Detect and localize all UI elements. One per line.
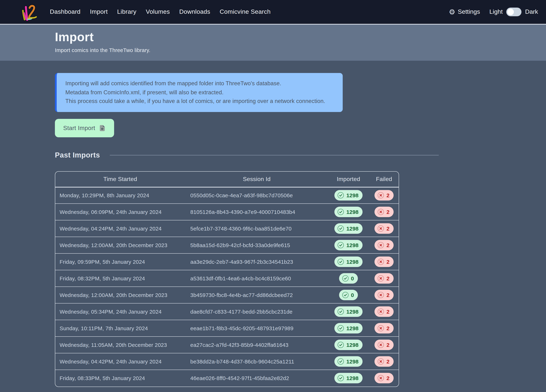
imported-cell: 1298 (328, 303, 369, 320)
check-circle-icon (337, 341, 344, 348)
failed-cell: 2 (369, 287, 399, 303)
failed-cell: 2 (369, 254, 399, 270)
session-id-cell: 8105126a-8b43-4390-a7e9-4000710483b4 (185, 204, 328, 220)
file-import-icon (98, 124, 106, 132)
imported-cell: 1298 (328, 237, 369, 254)
failed-badge: 2 (375, 373, 394, 384)
x-circle-icon (377, 225, 384, 232)
nav-item[interactable]: Volumes (146, 8, 170, 16)
check-circle-icon (337, 325, 344, 332)
top-navbar: Dashboard Import Library Volumes Downloa… (0, 0, 546, 25)
imported-badge: 1298 (334, 207, 363, 217)
failed-badge: 2 (375, 207, 394, 217)
main-content: Importing will add comics identified fro… (0, 61, 546, 392)
imported-cell: 0 (328, 287, 369, 303)
table-row: Monday, 10:29PM, 8th January 2024 0550d0… (55, 187, 399, 204)
time-started-cell: Wednesday, 11:05AM, 20th December 2023 (55, 337, 185, 353)
table-header-row: Time Started Session Id Imported Failed (55, 171, 399, 187)
session-id-cell: 3b459730-fbc8-4e4b-ac77-dd86dcbeed72 (185, 287, 328, 303)
imported-cell: 1298 (328, 320, 369, 337)
info-line: This process could take a while, if you … (65, 97, 334, 106)
start-import-label: Start Import (63, 124, 95, 131)
x-circle-icon (377, 192, 384, 199)
import-page: Dashboard Import Library Volumes Downloa… (0, 0, 546, 392)
info-line: Metadata from ComicInfo.xml, if present,… (65, 88, 334, 97)
x-circle-icon (377, 209, 384, 215)
page-header: Import Import comics into the ThreeTwo l… (0, 25, 546, 61)
check-circle-icon (337, 375, 344, 382)
session-id-cell: 0550d05c-0cae-4ea7-a63f-98bc7d70506e (185, 187, 328, 204)
failed-badge: 2 (375, 273, 394, 284)
table-row: Wednesday, 11:05AM, 20th December 2023 e… (55, 337, 399, 353)
imported-badge: 1298 (334, 190, 363, 201)
start-import-button[interactable]: Start Import (55, 119, 114, 137)
nav-item[interactable]: Comicvine Search (220, 8, 271, 16)
x-circle-icon (377, 275, 384, 282)
time-started-cell: Sunday, 10:11PM, 7th January 2024 (55, 320, 185, 337)
failed-badge: 2 (375, 223, 394, 234)
theme-toggle[interactable] (506, 8, 521, 16)
time-started-cell: Friday, 09:59PM, 5th January 2024 (55, 254, 185, 270)
col-header-session-id: Session Id (185, 171, 328, 187)
time-started-cell: Monday, 10:29PM, 8th January 2024 (55, 187, 185, 204)
table-row: Friday, 09:59PM, 5th January 2024 aa3e29… (55, 254, 399, 270)
session-id-cell: ea27cac2-a7fd-42f3-85b9-4402ffa61643 (185, 337, 328, 353)
time-started-cell: Friday, 08:33PM, 5th January 2024 (55, 370, 185, 386)
failed-cell: 2 (369, 220, 399, 237)
imported-cell: 1298 (328, 204, 369, 220)
imported-cell: 0 (328, 270, 369, 287)
failed-badge: 2 (375, 340, 394, 350)
x-circle-icon (377, 341, 384, 348)
failed-badge: 2 (375, 290, 394, 300)
nav-item[interactable]: Downloads (179, 8, 210, 16)
settings-button[interactable]: ⚙ Settings (449, 8, 480, 16)
past-imports-title: Past Imports (55, 151, 100, 159)
import-info-callout: Importing will add comics identified fro… (55, 73, 343, 112)
failed-cell: 2 (369, 370, 399, 386)
check-circle-icon (342, 292, 349, 298)
time-started-cell: Wednesday, 12:00AM, 20th December 2023 (55, 287, 185, 303)
past-imports-table: Time Started Session Id Imported Failed … (55, 171, 399, 387)
failed-cell: 2 (369, 204, 399, 220)
session-id-cell: 5efce1b7-3748-4360-9f6c-baa851de6e70 (185, 220, 328, 237)
gear-icon: ⚙ (449, 8, 455, 16)
time-started-cell: Wednesday, 05:34PM, 24th January 2024 (55, 303, 185, 320)
imported-badge: 1298 (334, 323, 363, 333)
imported-badge: 1298 (334, 223, 363, 234)
x-circle-icon (377, 308, 384, 315)
table-row: Wednesday, 12:00AM, 20th December 2023 5… (55, 237, 399, 254)
table-row: Friday, 08:32PM, 5th January 2024 a53613… (55, 270, 399, 287)
failed-cell: 2 (369, 353, 399, 370)
nav-item[interactable]: Library (117, 8, 136, 16)
theme-light-label: Light (489, 8, 503, 16)
failed-badge: 2 (375, 256, 394, 267)
imported-badge: 0 (339, 273, 358, 284)
session-id-cell: eeae1b71-f8b3-45dc-9205-487931e97989 (185, 320, 328, 337)
nav-item[interactable]: Dashboard (50, 8, 80, 16)
check-circle-icon (337, 242, 344, 248)
past-imports-header: Past Imports (55, 151, 439, 159)
imported-cell: 1298 (328, 370, 369, 386)
session-id-cell: 5b8aa15d-62b9-42cf-bcfd-33a0de9fe615 (185, 237, 328, 254)
imported-badge: 1298 (334, 373, 363, 384)
x-circle-icon (377, 325, 384, 332)
imported-badge: 1298 (334, 240, 363, 250)
info-line: Importing will add comics identified fro… (65, 79, 334, 88)
imported-badge: 0 (339, 290, 358, 300)
time-started-cell: Wednesday, 06:09PM, 24th January 2024 (55, 204, 185, 220)
failed-badge: 2 (375, 306, 394, 317)
imported-cell: 1298 (328, 254, 369, 270)
x-circle-icon (377, 242, 384, 248)
session-id-cell: dae8cfd7-c833-4177-bedd-2bb5cbc231de (185, 303, 328, 320)
table-row: Friday, 08:33PM, 5th January 2024 46eae0… (55, 370, 399, 386)
navbar-right: ⚙ Settings Light Dark (449, 8, 538, 16)
nav-item[interactable]: Import (90, 8, 108, 16)
threetwo-logo[interactable] (20, 3, 37, 21)
failed-cell: 2 (369, 237, 399, 254)
imported-cell: 1298 (328, 187, 369, 204)
check-circle-icon (337, 358, 344, 365)
check-circle-icon (337, 225, 344, 232)
page-subtitle: Import comics into the ThreeTwo library. (55, 47, 546, 53)
theme-dark-label: Dark (525, 8, 538, 16)
failed-cell: 2 (369, 303, 399, 320)
